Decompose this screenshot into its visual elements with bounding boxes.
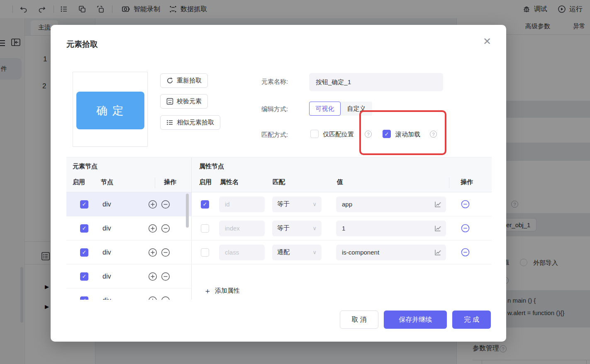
add-attribute-label: 添加属性	[215, 287, 240, 295]
validate-element-label: 校验元素	[177, 97, 202, 105]
attr-value-input[interactable]: app	[336, 197, 446, 212]
chevron-down-icon: ∨	[312, 201, 317, 207]
col-value: 值	[337, 178, 343, 186]
node-attribute-tables: 元素节点 启用 节点 操作 属性节点 启用 属性名 匹配 值 操作 ✓ div	[66, 157, 492, 300]
node-tag: div	[102, 201, 148, 208]
remove-attr-icon[interactable]	[461, 224, 470, 233]
edit-mode-segmented: 可视化 自定义	[309, 102, 372, 116]
remove-node-icon[interactable]	[161, 224, 170, 233]
match-type-value: 等于	[277, 200, 290, 208]
node-enable-checkbox[interactable]: ✓	[80, 224, 88, 233]
chevron-down-icon: ∨	[312, 225, 317, 231]
node-table-title: 元素节点	[73, 163, 98, 170]
divider	[449, 177, 449, 188]
remove-attr-icon[interactable]	[461, 200, 470, 209]
attr-enable-checkbox[interactable]: ✓	[201, 200, 209, 209]
attr-value-input[interactable]: 1	[336, 221, 446, 236]
node-row[interactable]: ✓ div	[66, 289, 191, 300]
chevron-down-icon: ∨	[312, 249, 317, 255]
element-preview-box: 确 定	[73, 72, 148, 147]
variable-chart-icon[interactable]	[434, 248, 442, 257]
node-enable-checkbox[interactable]: ✓	[80, 296, 88, 300]
plus-icon: ＋	[204, 287, 211, 295]
list-icon	[166, 119, 173, 126]
attr-name-input[interactable]	[219, 245, 265, 260]
match-type-select[interactable]: 等于 ∨	[272, 221, 322, 236]
refresh-icon	[166, 77, 173, 84]
add-node-icon[interactable]	[148, 248, 157, 257]
remove-node-icon[interactable]	[161, 296, 170, 300]
edit-mode-custom[interactable]: 自定义	[341, 102, 372, 116]
col-enable: 启用	[73, 178, 85, 186]
match-type-value: 等于	[277, 224, 290, 232]
node-row[interactable]: ✓ div	[66, 192, 191, 216]
node-tag: div	[102, 225, 148, 232]
remove-attr-icon[interactable]	[461, 248, 470, 257]
done-button[interactable]: 完 成	[452, 311, 491, 329]
element-picker-modal: 元素拾取 ✕ 确 定 重新拾取 校验元素 相似元素拾取 元素名称: 编辑方式: …	[51, 25, 506, 342]
attr-value-text: 1	[342, 225, 345, 232]
attr-table-body: ✓ 等于 ∨ app 等于	[191, 192, 492, 300]
modal-title: 元素拾取	[66, 39, 98, 50]
attr-enable-checkbox[interactable]	[201, 248, 209, 257]
edit-mode-visual[interactable]: 可视化	[309, 102, 341, 116]
variable-chart-icon[interactable]	[434, 200, 442, 209]
cancel-button[interactable]: 取 消	[340, 311, 378, 329]
repick-label: 重新拾取	[177, 77, 202, 85]
close-icon[interactable]: ✕	[483, 36, 491, 46]
match-position-label: 仅匹配位置	[323, 131, 354, 138]
attr-row[interactable]: ✓ 等于 ∨ app	[191, 192, 492, 216]
remove-node-icon[interactable]	[161, 200, 170, 209]
col-match: 匹配	[273, 178, 285, 186]
attr-row[interactable]: 等于 ∨ 1	[191, 216, 492, 240]
similar-elements-button[interactable]: 相似元素拾取	[160, 115, 220, 130]
add-node-icon[interactable]	[148, 224, 157, 233]
element-name-label: 元素名称:	[261, 78, 288, 86]
node-enable-checkbox[interactable]: ✓	[80, 272, 88, 281]
add-node-icon[interactable]	[148, 200, 157, 209]
picked-element-preview: 确 定	[76, 92, 144, 129]
scroll-load-checkbox[interactable]: ✓	[383, 130, 391, 138]
node-enable-checkbox[interactable]: ✓	[80, 200, 88, 209]
attr-enable-checkbox[interactable]	[201, 224, 209, 233]
help-icon[interactable]: ?	[430, 131, 437, 138]
node-row[interactable]: ✓ div	[66, 265, 191, 289]
col-attr-name: 属性名	[220, 178, 239, 186]
node-enable-checkbox[interactable]: ✓	[80, 248, 88, 257]
attr-value-text: app	[342, 201, 352, 208]
node-table-scrollbar[interactable]	[186, 194, 189, 228]
add-attribute-button[interactable]: ＋ 添加属性	[204, 287, 240, 295]
match-type-select[interactable]: 等于 ∨	[272, 197, 322, 212]
variable-chart-icon[interactable]	[434, 224, 442, 233]
remove-node-icon[interactable]	[161, 248, 170, 257]
divider	[155, 177, 155, 188]
col-actions: 操作	[461, 178, 473, 186]
tables-header: 元素节点 启用 节点 操作 属性节点 启用 属性名 匹配 值 操作	[66, 158, 492, 192]
save-and-continue-button[interactable]: 保存并继续	[384, 311, 447, 329]
validate-element-button[interactable]: 校验元素	[160, 94, 208, 109]
col-actions: 操作	[164, 178, 176, 186]
remove-node-icon[interactable]	[161, 272, 170, 281]
match-type-select[interactable]: 通配 ∨	[272, 245, 322, 260]
attr-name-input[interactable]	[219, 197, 265, 212]
attr-value-input[interactable]: is-component	[336, 245, 446, 260]
match-mode-label: 匹配方式:	[261, 131, 288, 139]
attr-row[interactable]: 通配 ∨ is-component	[191, 240, 492, 265]
node-row[interactable]: ✓ div	[66, 240, 191, 265]
attr-name-input[interactable]	[219, 221, 265, 236]
validate-element-icon	[166, 98, 173, 105]
node-row[interactable]: ✓ div	[66, 216, 191, 240]
node-tag: div	[102, 249, 148, 256]
add-node-icon[interactable]	[148, 272, 157, 281]
attr-value-text: is-component	[342, 249, 379, 256]
match-type-value: 通配	[277, 248, 290, 256]
add-node-icon[interactable]	[148, 296, 157, 300]
element-name-input[interactable]	[309, 73, 443, 91]
repick-button[interactable]: 重新拾取	[160, 73, 208, 88]
edit-mode-label: 编辑方式:	[261, 105, 288, 113]
col-node: 节点	[101, 178, 113, 186]
similar-elements-label: 相似元素拾取	[177, 119, 214, 126]
match-position-checkbox[interactable]	[310, 130, 319, 138]
help-icon[interactable]: ?	[365, 131, 372, 138]
node-tag: div	[102, 297, 148, 300]
